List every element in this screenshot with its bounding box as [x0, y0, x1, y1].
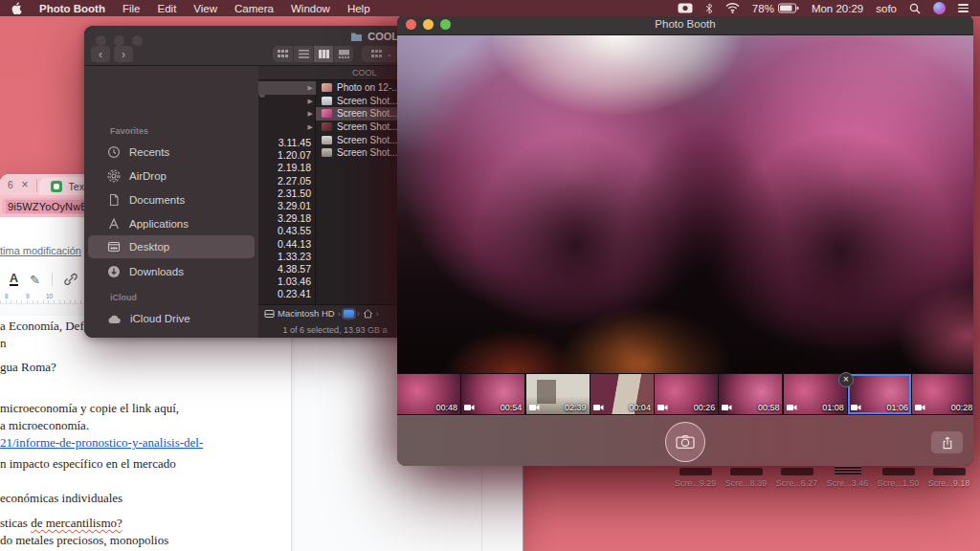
ruler-mark: 9 [26, 293, 30, 299]
file-thumbnail [781, 468, 813, 475]
url-text: 9i5WZYoOyNwBo [6, 200, 96, 213]
column-header: COOL [258, 66, 412, 80]
screen-mirroring-icon[interactable] [678, 3, 693, 13]
home-icon [363, 309, 373, 319]
menu-camera[interactable]: Camera [234, 3, 274, 14]
sidebar-item-recents[interactable]: Recents [88, 141, 255, 164]
file-row[interactable]: 4.38.57 [258, 263, 316, 276]
menu-file[interactable]: File [122, 3, 141, 14]
file-row[interactable]: 1.33.23 [258, 251, 316, 263]
filmstrip-thumbnail[interactable]: 00:26 [655, 374, 718, 414]
folder-row[interactable]: ▶ [258, 107, 316, 121]
file-row[interactable]: 0.44.13 [258, 238, 316, 251]
file-row[interactable]: 2.27.05 [258, 175, 316, 187]
camera-icon [676, 434, 695, 450]
insert-link-button[interactable] [64, 273, 78, 286]
disclosure-triangle-icon: ▶ [308, 84, 313, 91]
wifi-icon[interactable] [725, 3, 740, 13]
filmstrip-thumbnail[interactable]: 00:28 [912, 374, 973, 414]
bluetooth-icon[interactable] [705, 3, 713, 14]
menu-bar: Photo Booth File Edit View Camera Window… [0, 0, 980, 16]
text-color-button[interactable]: A [10, 273, 18, 286]
gallery-view-button[interactable] [333, 46, 353, 62]
filmstrip-thumbnail[interactable]: 00:58 [719, 374, 782, 414]
sidebar-item-downloads[interactable]: Downloads [88, 260, 255, 283]
menu-bar-clock[interactable]: Mon 20:29 [812, 3, 863, 14]
zoom-button[interactable] [132, 35, 143, 46]
screenshot-thumbnail-icon [322, 109, 332, 118]
file-row[interactable]: 0.23.41 [258, 288, 316, 300]
share-button[interactable] [931, 431, 963, 453]
document-page[interactable]: a Economía, Defi n gua Roma? microeconom… [0, 316, 292, 551]
menu-window[interactable]: Window [291, 3, 330, 14]
file-row[interactable]: 3.11.45 [258, 137, 316, 149]
battery-percent: 78% [752, 3, 774, 14]
doc-link-line[interactable]: 21/informe-de-pronostico-y-analisis-del- [0, 435, 203, 451]
traffic-lights[interactable] [96, 35, 143, 46]
minimize-button[interactable] [114, 35, 124, 46]
share-icon [942, 436, 953, 450]
column-view-button[interactable] [313, 46, 333, 62]
background-tab[interactable]: 6 × [0, 178, 36, 191]
sidebar-item-applications[interactable]: Applications [88, 212, 255, 235]
filmstrip-thumbnail[interactable]: 02:39 [526, 374, 590, 414]
siri-icon[interactable] [933, 2, 946, 14]
menu-edit[interactable]: Edit [158, 3, 177, 14]
paint-format-button[interactable]: ✎ [30, 273, 40, 287]
apple-menu[interactable] [11, 2, 22, 14]
folder-row-selected[interactable]: ▶ [258, 81, 316, 95]
photo-booth-titlebar[interactable]: Photo Booth [397, 14, 973, 35]
filmstrip-thumbnail[interactable]: 01:08 [784, 374, 847, 414]
doc-line: n [0, 336, 7, 351]
apple-icon [11, 2, 22, 14]
group-by-button[interactable]: ⌄ [362, 46, 402, 62]
file-row[interactable]: 0.43.55 [258, 225, 316, 237]
file-row[interactable]: 1.20.07 [258, 149, 316, 162]
filmstrip-thumbnail-selected[interactable]: 01:06 [848, 374, 911, 414]
finder-path-bar[interactable]: Macintosh HD › › › [258, 304, 412, 321]
filmstrip-thumbnail[interactable]: 00:48 [397, 374, 460, 414]
sidebar-item-airdrop[interactable]: AirDrop [88, 165, 255, 187]
downloads-icon [107, 265, 121, 278]
file-row[interactable]: 2.31.50 [258, 187, 316, 200]
file-row[interactable]: 3.29.01 [258, 200, 316, 212]
folder-row[interactable]: ▶ [258, 121, 316, 134]
finder-titlebar[interactable]: COOL ‹ › ⌄ [84, 26, 412, 66]
filmstrip-thumbnail[interactable]: 00:04 [590, 374, 654, 414]
docs-app-icon [51, 181, 62, 192]
list-view-button[interactable] [293, 46, 313, 62]
video-icon [529, 404, 540, 411]
screenshot-thumbnail-icon [322, 122, 332, 131]
desktop-icon [107, 240, 121, 253]
file-row[interactable]: 2.19.18 [258, 162, 316, 174]
back-button[interactable]: ‹ [91, 46, 110, 62]
fast-user-switch[interactable]: sofo [876, 3, 897, 14]
app-menu-title[interactable]: Photo Booth [39, 3, 105, 14]
file-row[interactable]: 3.29.18 [258, 212, 316, 225]
menu-help[interactable]: Help [347, 3, 370, 14]
file-row[interactable]: 1.03.46 [258, 276, 316, 288]
forward-button[interactable]: › [114, 46, 133, 62]
thumbnail-close-button[interactable]: × [838, 372, 854, 387]
notification-center-icon[interactable] [958, 4, 969, 12]
filmstrip-thumbnail[interactable]: 00:54 [461, 374, 524, 414]
icon-view-button[interactable] [273, 46, 293, 62]
screenshot-thumbnail-icon [322, 148, 332, 157]
video-icon [787, 404, 797, 411]
sidebar-item-desktop[interactable]: Desktop [88, 235, 255, 258]
last-modified-link[interactable]: tima modificación [0, 245, 81, 256]
ruler-mark: 10 [46, 293, 53, 299]
sidebar-item-documents[interactable]: Documents [88, 188, 255, 211]
battery-status[interactable]: 78% [752, 3, 799, 14]
spotlight-icon[interactable] [909, 3, 921, 14]
tab-close-icon[interactable]: × [22, 178, 29, 191]
video-icon [722, 404, 732, 411]
close-button[interactable] [96, 35, 106, 46]
doc-line: a Economía, Defi [0, 319, 87, 334]
file-thumbnail [933, 468, 966, 475]
menu-view[interactable]: View [193, 3, 217, 14]
sidebar-item-icloud-drive[interactable]: iCloud Drive [88, 307, 255, 330]
chevron-down-icon: ⌄ [386, 50, 392, 58]
folder-row[interactable]: ▶ [258, 95, 316, 108]
take-photo-button[interactable] [665, 422, 705, 462]
